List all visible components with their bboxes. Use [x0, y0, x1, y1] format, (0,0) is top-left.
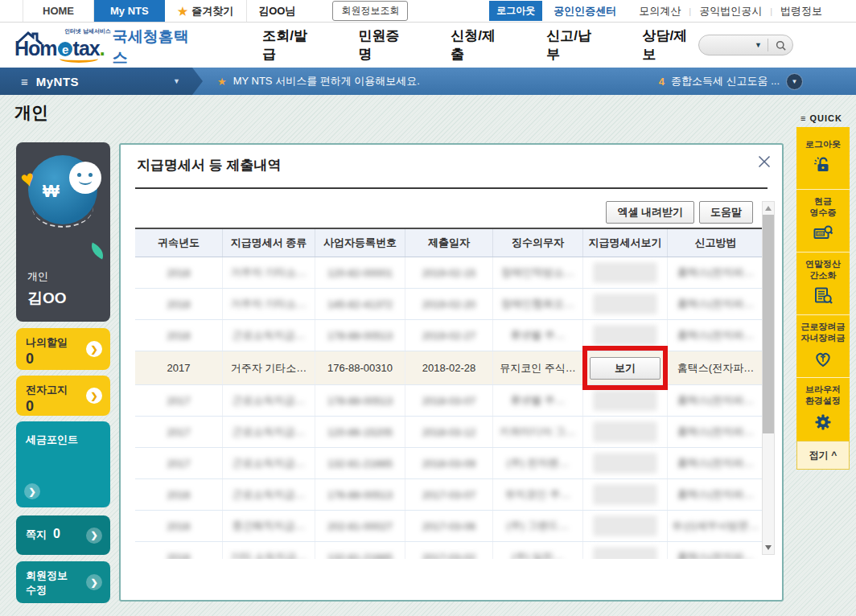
sidebar-card[interactable]: 나의할일0❯	[16, 328, 110, 370]
scrollbar-thumb[interactable]	[763, 215, 774, 433]
table-cell: 2018	[135, 289, 223, 319]
cert-center-link[interactable]: 공인인증센터	[554, 4, 616, 18]
table-cell: 유선(세무서방문…	[668, 511, 763, 541]
view-button-blurred[interactable]	[594, 485, 656, 504]
arrow-right-icon[interactable]: ❯	[86, 574, 102, 590]
nav-item[interactable]: 조회/발급	[262, 27, 318, 64]
quick-item[interactable]: 로그아웃	[796, 127, 850, 190]
sidebar-card-label: 쪽지	[26, 528, 47, 540]
nav-item[interactable]: 신고/납부	[546, 27, 602, 64]
table-row: 2016근로소득지급…176-88-005132017-03-07뮤지코인 주……	[135, 479, 763, 511]
nav-item[interactable]: 상담/제보	[643, 27, 698, 64]
cell-text: 132-81-21665	[327, 458, 393, 470]
quick-item[interactable]: 근로장려금 자녀장려금	[796, 315, 850, 378]
hometax-logo-text: 인터넷 납세서비스 Hometax.	[14, 31, 105, 60]
arrow-right-icon[interactable]: ❯	[86, 341, 102, 357]
cell-text: 2019-02-20	[422, 298, 476, 310]
table-cell: (주) 일진…	[493, 542, 583, 559]
table-cell: 홈택스(전자파…	[668, 351, 763, 384]
cell-text: 202-81-00027	[327, 520, 393, 532]
table-cell: 근로소득지급…	[223, 417, 315, 447]
table-cell: 중간퇴직지급…	[223, 511, 315, 541]
view-button[interactable]: 보기	[590, 357, 661, 380]
cell-text: 2019-02-15	[422, 267, 476, 279]
cell-text: 2016	[167, 520, 191, 532]
arrow-right-icon[interactable]: ❯	[24, 483, 40, 499]
cell-text: 2017-03-07	[422, 489, 476, 501]
table-cell: 2016	[135, 511, 223, 541]
cell-text: 120-86-15205	[327, 426, 393, 438]
table-cell	[583, 385, 668, 416]
topbar-link[interactable]: 모의계산	[639, 4, 681, 18]
cell-text: 2018-03-12	[422, 426, 476, 438]
cell-text: 2018	[167, 298, 191, 310]
view-button-blurred[interactable]	[594, 391, 656, 410]
view-button-blurred[interactable]	[594, 516, 656, 536]
table-row: 2017근로소득지급…120-86-152052018-03-12키위미디어 그…	[135, 417, 763, 448]
view-button-blurred[interactable]	[594, 263, 656, 282]
scroll-up-icon[interactable]	[765, 206, 772, 211]
table-cell: 2017-03-07	[405, 479, 493, 510]
quick-item-label: 브라우저 환경설정	[805, 384, 841, 407]
mynts-menu[interactable]: ≡ MyNTS ▼	[0, 68, 203, 95]
home-tab[interactable]: HOME	[23, 0, 94, 22]
site-search[interactable]: ▼	[698, 35, 793, 55]
quick-item[interactable]: 연말정산 간소화	[796, 253, 850, 315]
table-cell	[583, 448, 668, 478]
chevron-down-icon[interactable]: ▼	[173, 77, 180, 85]
arrow-right-icon[interactable]: ❯	[86, 528, 102, 544]
search-scope-select[interactable]: ▼	[699, 41, 768, 49]
table-cell: 178-88-00513	[315, 385, 405, 416]
my-nts-tab[interactable]: My NTS	[94, 0, 165, 22]
hamburger-icon[interactable]: ≡	[21, 75, 28, 88]
table-scrollbar[interactable]	[762, 201, 775, 555]
table-cell: 근로소득지급…	[223, 385, 315, 416]
logo-dot: .	[100, 37, 105, 60]
nav-item[interactable]: 신청/제출	[451, 27, 506, 64]
member-info-button[interactable]: 회원정보조회	[332, 1, 408, 21]
view-button-blurred[interactable]	[594, 548, 656, 559]
table-header-cell: 지급명세서보기	[583, 229, 668, 257]
cell-text: 2017	[167, 458, 191, 470]
quick-menu-title: ≡ QUICK	[795, 113, 848, 123]
table-cell: 홈택스(전자파…	[668, 542, 763, 559]
quick-item[interactable]: 현금 영수증1000	[796, 190, 850, 253]
sidebar-card[interactable]: 쪽지0❯	[16, 515, 110, 555]
nav-item[interactable]: 민원증명	[358, 27, 410, 64]
notice-expand-icon[interactable]: ▼	[786, 73, 803, 90]
quick-collapse-button[interactable]: 접기 ^	[796, 441, 850, 470]
cell-text: 근로소득지급…	[233, 456, 306, 470]
sidebar-card[interactable]: 회원정보 수정❯	[16, 561, 110, 603]
doc-search-icon	[813, 285, 833, 309]
quick-item[interactable]: 브라우저 환경설정	[796, 378, 850, 441]
favorites-tab[interactable]: ★ 즐겨찾기	[165, 0, 248, 22]
table-row: 2018거주자 기타소…145-82-413722019-02-20장애인협회요…	[135, 289, 763, 320]
cell-text: 장애인협회요…	[501, 297, 574, 311]
table-cell: 2016	[135, 542, 223, 559]
help-button[interactable]: 도움말	[699, 201, 753, 224]
table-cell: 2017	[135, 351, 223, 384]
logout-button[interactable]: 로그아웃	[489, 1, 542, 21]
mynts-notice: 4 종합소득세 신고도움 ... ▼	[659, 73, 803, 90]
scroll-down-icon[interactable]	[765, 545, 772, 550]
logo-nav-bar: 인터넷 납세서비스 Hometax. 국세청홈택스 조회/발급민원증명신청/제출…	[0, 23, 856, 68]
sidebar-card[interactable]: 세금포인트❯	[16, 421, 110, 507]
sidebar-card[interactable]: 전자고지0❯	[16, 376, 110, 416]
table-header-row: 귀속년도지급명세서 종류사업자등록번호제출일자징수의무자지급명세서보기신고방법	[135, 228, 763, 257]
table-row: 2016중간퇴직지급…202-81-000272017-03-06(주) 그랜드…	[135, 511, 763, 542]
excel-download-button[interactable]: 엑셀 내려받기	[606, 201, 694, 224]
topbar-link[interactable]: 법령정보	[780, 4, 822, 18]
view-button-blurred[interactable]	[594, 294, 656, 314]
topbar-link[interactable]: 공익법인공시	[699, 4, 762, 18]
receipt-icon: 1000	[813, 223, 833, 246]
search-icon[interactable]	[768, 39, 792, 51]
cell-text: 홈택스(전자파…	[677, 487, 754, 502]
view-button-blurred[interactable]	[594, 422, 656, 441]
table-cell: 보기	[583, 351, 668, 384]
view-button-blurred[interactable]	[594, 326, 656, 345]
close-icon[interactable]	[758, 155, 771, 168]
hometax-logo[interactable]: 인터넷 납세서비스 Hometax. 국세청홈택스	[14, 22, 198, 68]
arrow-right-icon[interactable]: ❯	[86, 388, 102, 404]
cell-text: 홈택스(전자파…	[677, 297, 754, 311]
view-button-blurred[interactable]	[594, 454, 656, 473]
